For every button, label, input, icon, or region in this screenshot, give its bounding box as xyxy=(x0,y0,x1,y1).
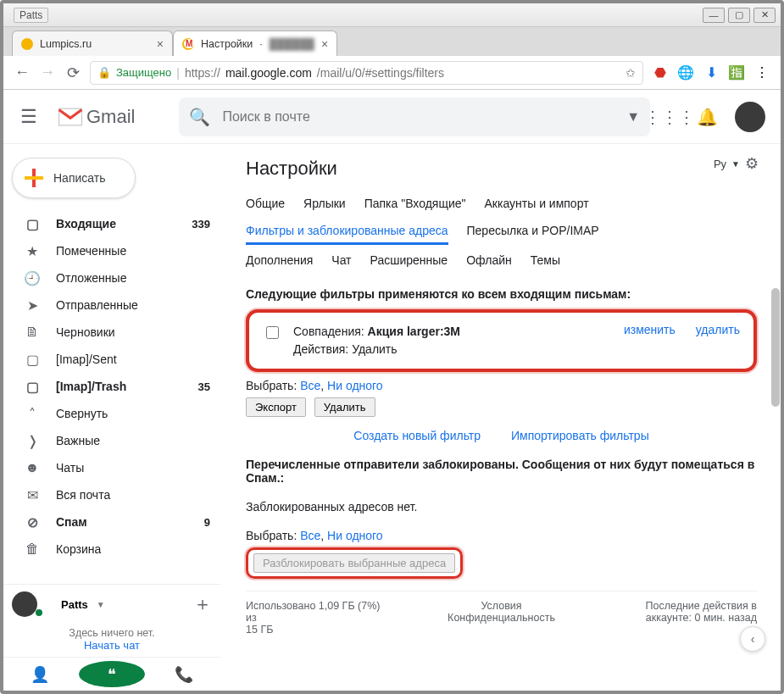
filter-match-value: Акция larger:3M xyxy=(368,325,460,338)
select-all-link[interactable]: Все xyxy=(300,379,320,392)
sidebar-item-chats[interactable]: ☻Чаты xyxy=(3,454,220,481)
secure-label: Защищено xyxy=(116,66,171,79)
tab-close-icon[interactable]: × xyxy=(157,37,164,51)
hangouts-tab-calls[interactable]: 📞 xyxy=(148,658,220,691)
tab-forwarding[interactable]: Пересылка и POP/IMAP xyxy=(467,219,599,245)
tab-close-icon[interactable]: × xyxy=(321,37,328,51)
filter-action-label: Действия: xyxy=(293,342,348,356)
language-switcher[interactable]: Ру▼ ⚙ xyxy=(714,154,759,173)
settings-panel: Ру▼ ⚙ Настройки Общие Ярлыки Папка "Вход… xyxy=(220,144,781,691)
chat-icon: ☻ xyxy=(24,460,41,475)
nav-forward-button[interactable]: → xyxy=(39,64,56,81)
nav-reload-button[interactable]: ⟳ xyxy=(64,64,81,81)
sidebar-item-imap-trash[interactable]: ▢[Imap]/Trash35 xyxy=(3,373,220,400)
export-button[interactable]: Экспорт xyxy=(246,397,306,417)
sidebar-item-sent[interactable]: ➤Отправленные xyxy=(3,291,220,319)
sidebar-item-trash[interactable]: 🗑Корзина xyxy=(3,536,220,563)
ext-download-icon[interactable]: ⬇ xyxy=(703,64,720,81)
sidebar-item-collapse[interactable]: ˄Свернуть xyxy=(3,400,220,427)
filter-edit-link[interactable]: изменить xyxy=(624,323,676,336)
select-none-link[interactable]: Ни одного xyxy=(327,379,383,392)
tab-accounts[interactable]: Аккаунты и импорт xyxy=(485,192,589,215)
tab-advanced[interactable]: Расширенные xyxy=(370,248,448,272)
window-minimize-button[interactable]: — xyxy=(703,8,725,23)
sidebar-item-starred[interactable]: ★Помеченные xyxy=(3,237,220,264)
tab-filters[interactable]: Фильтры и заблокированные адреса xyxy=(246,219,448,245)
window-maximize-button[interactable]: ▢ xyxy=(728,8,750,23)
tab-offline[interactable]: Офлайн xyxy=(466,248,512,272)
plus-icon xyxy=(25,169,43,187)
hangouts-start-chat-link[interactable]: Начать чат xyxy=(3,639,220,657)
compose-label: Написать xyxy=(53,171,105,185)
sidebar-item-spam[interactable]: ⊘Спам9 xyxy=(3,508,220,536)
window-app-name: Patts xyxy=(14,8,48,23)
main-menu-button[interactable]: ☰ xyxy=(10,98,47,136)
select-all-link-2[interactable]: Все xyxy=(300,529,320,542)
storage-line1: Использовано 1,09 ГБ (7%) из xyxy=(246,600,382,624)
account-avatar[interactable] xyxy=(735,102,765,132)
nav-back-button[interactable]: ← xyxy=(14,64,31,81)
tab-addons[interactable]: Дополнения xyxy=(246,248,313,272)
address-bar[interactable]: 🔒 Защищено | https://mail.google.com/mai… xyxy=(90,61,643,85)
create-filter-link[interactable]: Создать новый фильтр xyxy=(353,429,481,442)
star-icon: ★ xyxy=(24,243,41,259)
tab-title: Lumpics.ru xyxy=(40,38,92,50)
filter-checkbox[interactable] xyxy=(266,326,279,339)
hangouts-header[interactable]: Patts ▼ ＋ xyxy=(3,585,220,624)
settings-tabs-row3: Дополнения Чат Расширенные Офлайн Темы xyxy=(246,248,757,272)
lock-icon: 🔒 xyxy=(97,66,111,79)
page-title: Настройки xyxy=(246,158,757,180)
gmail-logo-icon xyxy=(58,108,83,126)
notifications-icon[interactable]: 🔔 xyxy=(698,108,716,126)
unblock-button[interactable]: Разблокировать выбранные адреса xyxy=(253,553,455,573)
browser-tab-lumpics[interactable]: Lumpics.ru × xyxy=(12,31,173,56)
hangouts-new-chat-button[interactable]: ＋ xyxy=(193,591,212,617)
tab-inbox[interactable]: Папка "Входящие" xyxy=(364,192,466,215)
hangouts-panel: Patts ▼ ＋ Здесь ничего нет. Начать чат 👤… xyxy=(3,584,220,691)
filter-row-highlight: Совпадения: Акция larger:3M Действия: Уд… xyxy=(246,309,757,372)
search-bar[interactable]: 🔍 ▼ xyxy=(179,97,650,136)
sidebar-item-important[interactable]: ❭Важные xyxy=(3,427,220,454)
compose-button[interactable]: Написать xyxy=(12,158,136,198)
tab-labels[interactable]: Ярлыки xyxy=(303,192,346,215)
sidebar-item-allmail[interactable]: ✉Вся почта xyxy=(3,481,220,508)
import-filters-link[interactable]: Импортировать фильтры xyxy=(511,429,649,442)
hangouts-tab-chats[interactable]: ❝ xyxy=(75,658,147,691)
browser-menu-icon[interactable]: ⋮ xyxy=(753,64,770,81)
sidebar-item-inbox[interactable]: ▢Входящие339 xyxy=(3,210,220,237)
sidebar-item-imap-sent[interactable]: ▢[Imap]/Sent xyxy=(3,346,220,373)
sidebar-item-drafts[interactable]: 🗎Черновики xyxy=(3,319,220,346)
delete-filters-button[interactable]: Удалить xyxy=(314,397,375,417)
gmail-logo[interactable]: Gmail xyxy=(58,106,135,128)
filter-delete-link[interactable]: удалить xyxy=(696,323,740,336)
presence-dot-icon xyxy=(36,609,42,616)
select-none-link-2[interactable]: Ни одного xyxy=(327,529,383,542)
footer-privacy[interactable]: Конфиденциальность xyxy=(433,612,570,624)
bookmark-star-icon[interactable]: ✩ xyxy=(626,66,636,80)
gear-icon[interactable]: ⚙ xyxy=(745,154,759,173)
hangouts-tab-contacts[interactable]: 👤 xyxy=(3,658,75,691)
url-scheme: https:// xyxy=(185,66,220,80)
trash-icon: 🗑 xyxy=(24,541,41,557)
footer-activity1: Последние действия в xyxy=(620,600,757,612)
google-apps-icon[interactable]: ⋮⋮⋮ xyxy=(660,108,679,126)
ext-translate-icon[interactable]: 🈯 xyxy=(728,64,745,81)
ext-globe-icon[interactable]: 🌐 xyxy=(677,64,694,81)
tab-chat[interactable]: Чат xyxy=(331,248,351,272)
tab-general[interactable]: Общие xyxy=(246,192,285,215)
footer-terms[interactable]: Условия xyxy=(433,600,570,612)
scrollbar-thumb[interactable] xyxy=(771,288,780,407)
folder-list: ▢Входящие339 ★Помеченные 🕘Отложенные ➤От… xyxy=(3,210,220,563)
tab-themes[interactable]: Темы xyxy=(531,248,560,272)
side-panel-toggle[interactable]: ‹ xyxy=(740,626,765,652)
ext-adblock-icon[interactable]: ⬣ xyxy=(652,64,669,81)
gmail-logo-text: Gmail xyxy=(86,106,135,128)
browser-tab-gmail-settings[interactable]: Настройки ·██████ × xyxy=(173,31,337,56)
sidebar-item-snoozed[interactable]: 🕘Отложенные xyxy=(3,264,220,291)
search-input[interactable] xyxy=(220,108,616,125)
search-icon[interactable]: 🔍 xyxy=(189,107,210,127)
hangouts-empty-text: Здесь ничего нет. xyxy=(3,624,220,639)
select-label-2: Выбрать: xyxy=(246,529,297,542)
search-options-icon[interactable]: ▼ xyxy=(626,109,640,125)
window-close-button[interactable]: ✕ xyxy=(753,8,776,23)
